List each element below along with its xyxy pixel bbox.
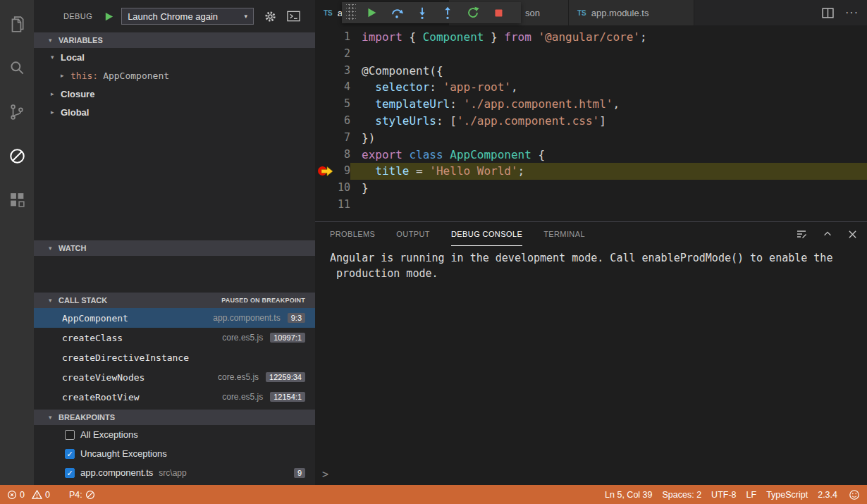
chevron-expanded-icon: ▾ — [49, 245, 59, 252]
step-over-button[interactable] — [385, 4, 409, 22]
twistie-icon: ▸ — [51, 109, 61, 116]
breakpoint-item[interactable]: app.component.tssrc\app9 — [34, 463, 315, 482]
variable-item[interactable]: ▸this:AppComponent — [34, 66, 315, 85]
panel-tab-debug-console[interactable]: DEBUG CONSOLE — [451, 223, 522, 246]
panel-tab-problems[interactable]: PROBLEMS — [330, 223, 375, 246]
maximize-panel-chevron-icon[interactable] — [823, 229, 832, 239]
call-stack-section-header[interactable]: ▾ CALL STACK PAUSED ON BREAKPOINT — [34, 293, 315, 308]
start-debugging-button[interactable] — [104, 11, 114, 22]
watch-section-header[interactable]: ▾ WATCH — [34, 240, 315, 256]
clear-console-icon[interactable] — [796, 228, 807, 240]
continue-button[interactable] — [359, 4, 383, 22]
close-panel-icon[interactable] — [848, 230, 857, 239]
status-right: Ln 5, Col 39Spaces: 2UTF-8LFTypeScript2.… — [605, 489, 860, 500]
status-right-items: Ln 5, Col 39Spaces: 2UTF-8LFTypeScript2.… — [605, 490, 837, 500]
problems-status[interactable]: 0 0 — [7, 490, 50, 500]
status-item[interactable]: Spaces: 2 — [663, 490, 702, 500]
editor-actions: ··· — [822, 0, 859, 25]
variables-list: ▾Local▸this:AppComponent▸Closure▸Global — [34, 48, 315, 121]
code-line: 1import { Component } from '@angular/cor… — [315, 29, 867, 46]
code-text[interactable]: export class AppComponent { — [350, 147, 867, 164]
activity-search-icon[interactable] — [0, 47, 34, 90]
call-stack-frame[interactable]: createDirectiveInstance — [34, 348, 315, 367]
configure-gear-icon[interactable] — [264, 10, 277, 23]
code-text[interactable] — [350, 197, 867, 214]
line-number[interactable]: 7 — [315, 130, 350, 147]
code-text[interactable]: @Component({ — [350, 63, 867, 80]
line-number[interactable]: 6 — [315, 113, 350, 130]
variable-name: this: — [70, 70, 98, 81]
line-number[interactable]: 1 — [315, 29, 350, 46]
breakpoints-section-header[interactable]: ▾ BREAKPOINTS — [34, 410, 315, 425]
variable-scope-local[interactable]: ▾Local — [34, 48, 315, 66]
status-item[interactable]: TypeScript — [766, 490, 808, 500]
frame-position-badge: 12259:34 — [266, 372, 305, 382]
call-stack-frame[interactable]: AppComponentapp.component.ts9:3 — [34, 308, 315, 328]
variable-scope-closure[interactable]: ▸Closure — [34, 85, 315, 103]
typescript-file-icon: TS — [324, 9, 333, 17]
status-bar: 0 0 P4: Ln 5, Col 39Spaces: 2UTF-8LFType… — [0, 485, 867, 504]
activity-explorer-icon[interactable] — [0, 3, 34, 47]
status-item[interactable]: 2.3.4 — [818, 490, 837, 500]
error-icon — [7, 490, 17, 500]
code-text[interactable]: title = 'Hello World'; — [350, 163, 867, 180]
code-text[interactable]: styleUrls: ['./app.component.css'] — [350, 113, 867, 130]
launch-config-select[interactable]: Launch Chrome again ▾ — [121, 8, 254, 25]
step-out-button[interactable] — [436, 4, 460, 22]
call-stack-frame[interactable]: createViewNodescore.es5.js12259:34 — [34, 367, 315, 387]
code-text[interactable]: import { Component } from '@angular/core… — [350, 29, 867, 46]
activity-debug-icon[interactable] — [0, 134, 34, 178]
breakpoint-checkbox[interactable] — [65, 449, 75, 459]
step-into-button[interactable] — [410, 4, 434, 22]
frame-name: AppComponent — [62, 313, 128, 324]
code-text[interactable] — [350, 46, 867, 63]
debug-header: DEBUG Launch Chrome again ▾ — [34, 0, 315, 32]
open-debug-console-icon[interactable] — [287, 11, 300, 22]
breakpoint-item[interactable]: Uncaught Exceptions — [34, 444, 315, 463]
code-text[interactable]: }) — [350, 130, 867, 147]
status-item[interactable]: Ln 5, Col 39 — [605, 490, 652, 500]
toolbar-drag-handle[interactable] — [346, 4, 356, 21]
line-number[interactable]: 4 — [315, 79, 350, 96]
editor-area: TS app.component.ts son TS app.module.ts — [315, 0, 867, 485]
line-number[interactable]: 5 — [315, 96, 350, 113]
variable-scope-global[interactable]: ▸Global — [34, 103, 315, 121]
line-number[interactable]: 8 — [315, 147, 350, 164]
line-number[interactable]: 11 — [315, 197, 350, 214]
feedback-smiley-icon[interactable] — [849, 489, 860, 500]
breakpoints-list: All ExceptionsUncaught Exceptionsapp.com… — [34, 425, 315, 482]
status-item[interactable]: UTF-8 — [711, 490, 736, 500]
breakpoint-checkbox[interactable] — [65, 468, 75, 478]
restart-button[interactable] — [461, 4, 485, 22]
stop-button[interactable] — [486, 4, 510, 22]
line-number[interactable]: 2 — [315, 46, 350, 63]
tab-app-module-ts[interactable]: TS app.module.ts — [569, 0, 694, 25]
chevron-expanded-icon: ▾ — [49, 414, 59, 421]
panel-tab-output[interactable]: OUTPUT — [396, 223, 430, 246]
panel-tab-terminal[interactable]: TERMINAL — [543, 223, 585, 246]
tab-label: son — [525, 8, 540, 18]
more-actions-icon[interactable]: ··· — [845, 6, 859, 19]
current-frame-arrow-icon — [321, 166, 333, 176]
typescript-file-icon: TS — [577, 9, 586, 17]
code-text[interactable]: } — [350, 180, 867, 197]
variables-section-header[interactable]: ▾ VARIABLES — [34, 32, 315, 48]
breakpoint-item[interactable]: All Exceptions — [34, 425, 315, 444]
twistie-icon: ▸ — [51, 90, 61, 97]
line-number[interactable]: 3 — [315, 63, 350, 80]
code-text[interactable]: selector: 'app-root', — [350, 79, 867, 96]
split-editor-icon[interactable] — [822, 8, 834, 18]
activity-source-control-icon[interactable] — [0, 90, 34, 134]
code-line: 5 templateUrl: './app.component.html', — [315, 96, 867, 113]
activity-extensions-icon[interactable] — [0, 178, 34, 221]
line-number[interactable]: 10 — [315, 180, 350, 197]
scm-status[interactable]: P4: — [69, 490, 95, 500]
launch-config-label: Launch Chrome again — [128, 11, 218, 22]
code-text[interactable]: templateUrl: './app.component.html', — [350, 96, 867, 113]
breakpoint-checkbox[interactable] — [65, 430, 75, 440]
status-item[interactable]: LF — [746, 490, 757, 500]
call-stack-frame[interactable]: createRootViewcore.es5.js12154:1 — [34, 387, 315, 407]
call-stack-frame[interactable]: createClasscore.es5.js10997:1 — [34, 328, 315, 348]
debug-console-input[interactable]: > — [315, 467, 867, 482]
code-line: 2 — [315, 46, 867, 63]
